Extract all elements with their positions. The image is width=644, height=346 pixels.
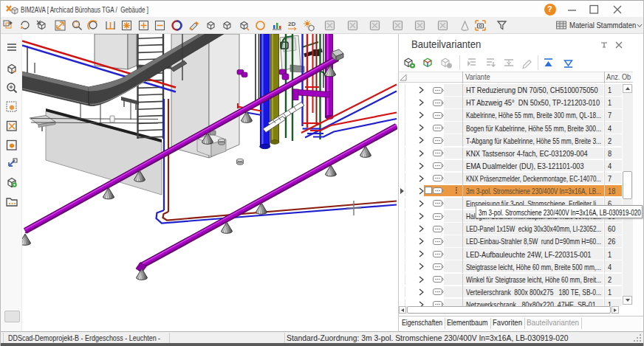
svg-text:2D: 2D (288, 21, 295, 27)
